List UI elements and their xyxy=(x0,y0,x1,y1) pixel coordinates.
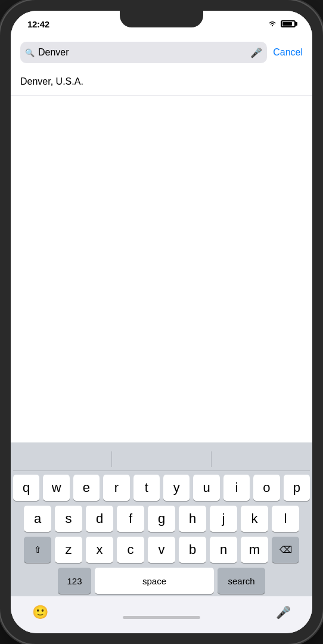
key-rows: q w e r t y u i o p a s d f g xyxy=(13,475,310,594)
result-text: Denver, U.S.A. xyxy=(20,76,83,86)
battery-icon xyxy=(281,20,296,27)
search-box[interactable]: 🔍 🎤 xyxy=(20,42,267,63)
key-c[interactable]: c xyxy=(117,537,144,563)
key-y[interactable]: y xyxy=(163,475,190,501)
search-key[interactable]: search xyxy=(218,568,265,594)
space-key[interactable]: space xyxy=(95,568,214,594)
bottom-mic-button[interactable]: 🎤 xyxy=(276,605,291,620)
result-item[interactable]: Denver, U.S.A. xyxy=(11,68,312,96)
mic-icon[interactable]: 🎤 xyxy=(250,47,262,58)
key-g[interactable]: g xyxy=(148,506,175,532)
battery-fill xyxy=(282,22,292,26)
key-i[interactable]: i xyxy=(223,475,250,501)
key-a[interactable]: a xyxy=(24,506,51,532)
emoji-button[interactable]: 🙂 xyxy=(32,605,48,620)
key-row-1: q w e r t y u i o p xyxy=(13,475,310,501)
results-area: Denver, U.S.A. xyxy=(11,68,312,442)
numbers-key[interactable]: 123 xyxy=(58,568,91,594)
key-d[interactable]: d xyxy=(86,506,113,532)
shift-key[interactable]: ⇧ xyxy=(24,537,51,563)
key-z[interactable]: z xyxy=(55,537,82,563)
key-v[interactable]: v xyxy=(148,537,175,563)
wifi-icon xyxy=(268,20,277,27)
keyboard: q w e r t y u i o p a s d f g xyxy=(11,442,312,596)
key-f[interactable]: f xyxy=(117,506,144,532)
phone-shell: 12:42 🔍 🎤 xyxy=(0,0,323,644)
delete-key[interactable]: ⌫ xyxy=(272,537,299,563)
key-u[interactable]: u xyxy=(193,475,219,501)
screen: 12:42 🔍 🎤 xyxy=(11,11,312,633)
key-m[interactable]: m xyxy=(241,537,268,563)
divider-1 xyxy=(111,451,112,467)
key-row-4: 123 space search xyxy=(13,568,310,594)
search-icon: 🔍 xyxy=(25,48,35,57)
search-input[interactable] xyxy=(38,47,247,58)
svg-point-0 xyxy=(272,25,273,26)
key-w[interactable]: w xyxy=(43,475,69,501)
key-b[interactable]: b xyxy=(179,537,206,563)
key-k[interactable]: k xyxy=(241,506,268,532)
key-row-2: a s d f g h j k l xyxy=(13,506,310,532)
key-row-3: ⇧ z x c v b n m ⌫ xyxy=(13,537,310,563)
status-time: 12:42 xyxy=(27,19,49,29)
key-q[interactable]: q xyxy=(13,475,39,501)
key-r[interactable]: r xyxy=(103,475,129,501)
status-icons xyxy=(268,20,296,27)
bottom-bar: 🙂 🎤 xyxy=(11,596,312,633)
search-area: 🔍 🎤 Cancel xyxy=(11,37,312,68)
key-n[interactable]: n xyxy=(210,537,237,563)
notch xyxy=(120,11,203,27)
divider-2 xyxy=(211,451,212,467)
home-indicator xyxy=(123,616,200,619)
key-o[interactable]: o xyxy=(253,475,279,501)
key-e[interactable]: e xyxy=(73,475,100,501)
predictive-bar xyxy=(13,447,310,471)
key-j[interactable]: j xyxy=(210,506,237,532)
cancel-button[interactable]: Cancel xyxy=(273,47,303,58)
key-h[interactable]: h xyxy=(179,506,206,532)
key-x[interactable]: x xyxy=(86,537,113,563)
key-l[interactable]: l xyxy=(272,506,299,532)
key-t[interactable]: t xyxy=(133,475,160,501)
key-p[interactable]: p xyxy=(284,475,310,501)
status-bar: 12:42 xyxy=(11,11,312,37)
key-s[interactable]: s xyxy=(55,506,82,532)
